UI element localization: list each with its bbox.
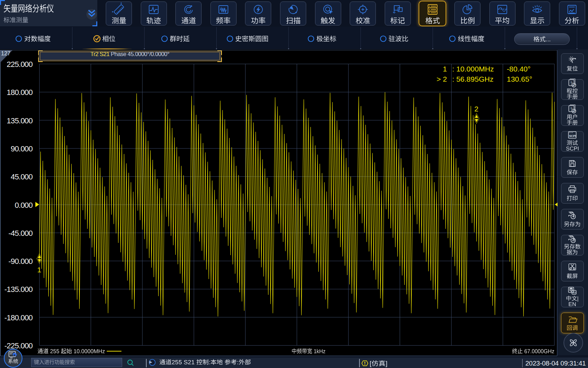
svg-text:En: En — [573, 291, 576, 294]
svg-text:P: P — [573, 84, 575, 87]
svg-text:SCPI: SCPI — [569, 134, 576, 138]
svg-text:H: H — [573, 110, 575, 113]
